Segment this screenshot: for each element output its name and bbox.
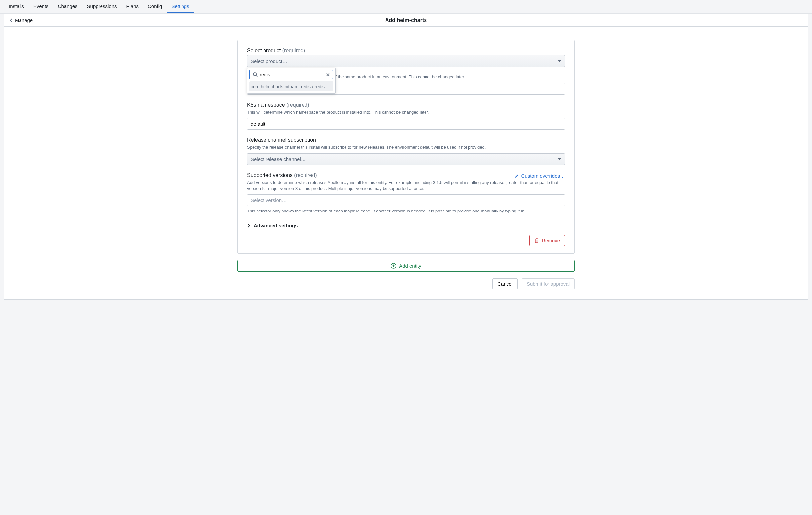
plus-circle-icon: [391, 263, 397, 269]
product-search-input[interactable]: [260, 72, 324, 77]
tab-installs[interactable]: Installs: [4, 0, 29, 13]
tab-suppressions[interactable]: Suppressions: [82, 0, 122, 13]
versions-input[interactable]: [247, 194, 565, 206]
tab-events[interactable]: Events: [29, 0, 53, 13]
custom-overrides-button[interactable]: Custom overrides…: [515, 173, 565, 179]
pencil-icon: [515, 174, 519, 179]
versions-footer-help: This selector only shows the latest vers…: [247, 208, 565, 214]
product-dropdown: ✕ com.helmcharts.bitnami.redis / redis: [247, 67, 336, 94]
submit-button[interactable]: Submit for approval: [522, 278, 575, 289]
product-required: (required): [282, 48, 305, 53]
back-button[interactable]: Manage: [9, 17, 33, 23]
namespace-help: This will determine which namespace the …: [247, 109, 565, 115]
channel-group: Release channel subscription Specify the…: [247, 137, 565, 165]
versions-label: Supported versions (required): [247, 172, 317, 179]
entity-help-partial: of the same product in an environment. T…: [333, 74, 565, 80]
remove-label: Remove: [542, 238, 560, 243]
tab-config[interactable]: Config: [143, 0, 167, 13]
versions-help: Add versions to determine which releases…: [247, 180, 565, 192]
channel-select[interactable]: Select release channel…: [247, 153, 565, 165]
tab-changes[interactable]: Changes: [53, 0, 82, 13]
product-option[interactable]: com.helmcharts.bitnami.redis / redis: [249, 81, 333, 91]
chevron-right-icon: [247, 223, 250, 228]
remove-button[interactable]: Remove: [529, 235, 565, 246]
versions-required: (required): [294, 172, 317, 178]
advanced-settings-toggle[interactable]: Advanced settings: [247, 221, 565, 230]
svg-line-1: [256, 76, 257, 77]
search-icon: [253, 72, 258, 77]
versions-group: Supported versions (required) Custom ove…: [247, 172, 565, 215]
product-group: Select product (required) Select product…: [247, 48, 565, 67]
product-search-wrapper: ✕: [249, 70, 333, 79]
namespace-required: (required): [286, 102, 309, 108]
svg-point-0: [253, 73, 256, 76]
main-content: Select product (required) Select product…: [4, 27, 808, 300]
clear-search-icon[interactable]: ✕: [326, 72, 330, 77]
page-title: Add helm-charts: [385, 17, 427, 23]
channel-label: Release channel subscription: [247, 137, 565, 143]
tab-settings[interactable]: Settings: [167, 0, 194, 13]
cancel-button[interactable]: Cancel: [492, 278, 518, 289]
top-tabs: Installs Events Changes Suppressions Pla…: [0, 0, 812, 13]
subheader: Manage Add helm-charts: [4, 13, 808, 27]
namespace-label-text: K8s namespace: [247, 102, 285, 108]
entity-form-card: Select product (required) Select product…: [237, 40, 575, 253]
add-entity-button[interactable]: Add entity: [237, 260, 575, 272]
card-footer: Remove: [247, 235, 565, 246]
product-select-placeholder: Select product…: [251, 58, 287, 64]
caret-down-icon: [558, 60, 561, 62]
channel-select-placeholder: Select release channel…: [251, 156, 306, 162]
namespace-label: K8s namespace (required): [247, 102, 565, 108]
channel-help: Specify the release channel this install…: [247, 144, 565, 150]
custom-overrides-label: Custom overrides…: [521, 173, 565, 179]
page-actions: Cancel Submit for approval: [237, 278, 575, 299]
versions-label-text: Supported versions: [247, 172, 293, 178]
namespace-input[interactable]: [247, 118, 565, 130]
product-label: Select product (required): [247, 48, 565, 54]
tab-plans[interactable]: Plans: [121, 0, 143, 13]
product-label-text: Select product: [247, 48, 281, 53]
advanced-settings-label: Advanced settings: [254, 223, 297, 228]
add-entity-label: Add entity: [399, 263, 421, 269]
chevron-left-icon: [9, 18, 13, 23]
product-select[interactable]: Select product…: [247, 55, 565, 67]
back-label: Manage: [15, 17, 33, 23]
namespace-group: K8s namespace (required) This will deter…: [247, 102, 565, 130]
caret-down-icon: [558, 158, 561, 160]
trash-icon: [534, 238, 539, 243]
